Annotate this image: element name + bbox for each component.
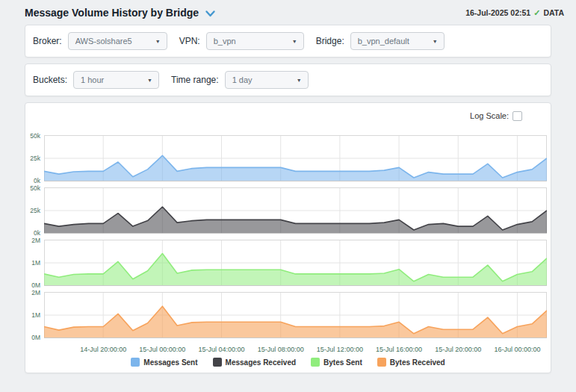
data-status-label: DATA [543, 8, 564, 17]
vpn-filter: VPN:b_vpn▼ [179, 32, 304, 50]
y-tick-label: 1M [31, 311, 40, 319]
y-tick-label: 0k [34, 229, 40, 237]
filter-bar-connection: Broker:AWS-solshare5▼VPN:b_vpn▼Bridge:b_… [25, 25, 551, 57]
bridge-select[interactable]: b_vpn_default▼ [350, 32, 445, 50]
x-tick-label: 15-Jul 08:00:00 [258, 346, 304, 353]
dropdown-caret-icon: ▼ [155, 39, 161, 44]
legend-swatch-icon [213, 358, 222, 367]
chart-messages-received: 50k25k0k [25, 187, 551, 234]
y-axis-bytes-received: 2M1M0M [25, 292, 42, 338]
y-tick-label: 25k [30, 155, 40, 162]
time-range-filter: Time range:1 day▼ [171, 71, 309, 89]
chevron-down-icon[interactable] [205, 10, 216, 18]
bridge-filter: Bridge:b_vpn_default▼ [316, 32, 445, 50]
page-header: Message Volume History by Bridge 16-Jul-… [0, 0, 576, 19]
dropdown-caret-icon: ▼ [297, 78, 302, 83]
chart-card: Log Scale: 50k25k0k50k25k0k2M1M0M2M1M0M … [25, 102, 551, 373]
chart-messages-sent: 50k25k0k [25, 135, 551, 181]
x-axis-labels: 14-Jul 20:00:0015-Jul 00:00:0015-Jul 04:… [44, 344, 547, 355]
check-icon: ✓ [533, 8, 540, 18]
plot-bytes-received [44, 292, 547, 338]
x-tick-label: 15-Jul 00:00:00 [139, 346, 185, 353]
app-root: Message Volume History by Bridge 16-Jul-… [0, 0, 576, 392]
y-axis-messages-sent: 50k25k0k [25, 135, 42, 181]
y-tick-label: 0k [34, 177, 40, 184]
plot-bytes-sent [44, 240, 547, 286]
filter-bar-time: Buckets:1 hour▼Time range:1 day▼ [25, 63, 551, 96]
log-scale-row: Log Scale: [25, 109, 551, 122]
chart-bytes-sent: 2M1M0M [25, 240, 551, 286]
vpn-label: VPN: [179, 36, 200, 46]
legend-item-messages-received[interactable]: Messages Received [213, 358, 297, 367]
x-tick-label: 15-Jul 04:00:00 [198, 346, 244, 353]
y-axis-bytes-sent: 2M1M0M [25, 240, 42, 286]
broker-label: Broker: [33, 36, 62, 46]
broker-filter: Broker:AWS-solshare5▼ [33, 32, 167, 50]
broker-select[interactable]: AWS-solshare5▼ [68, 32, 167, 50]
charts-stack: 50k25k0k50k25k0k2M1M0M2M1M0M [25, 135, 551, 338]
y-tick-label: 50k [30, 184, 40, 192]
log-scale-label: Log Scale: [470, 111, 509, 120]
chart-bytes-received: 2M1M0M [25, 292, 551, 338]
time-range-select[interactable]: 1 day▼ [225, 71, 309, 89]
vpn-selected-value: b_vpn [214, 37, 236, 46]
x-tick-label: 15-Jul 12:00:00 [317, 346, 363, 353]
broker-selected-value: AWS-solshare5 [75, 37, 132, 46]
title-wrap: Message Volume History by Bridge [25, 7, 216, 19]
time-range-label: Time range: [171, 75, 219, 85]
legend-label: Bytes Sent [323, 358, 362, 367]
bridge-selected-value: b_vpn_default [358, 37, 409, 46]
x-tick-label: 16-Jul 00:00:00 [494, 346, 540, 353]
x-tick-label: 15-Jul 20:00:00 [435, 346, 481, 353]
y-tick-label: 0M [31, 334, 40, 341]
x-tick-label: 14-Jul 20:00:00 [80, 346, 126, 353]
buckets-label: Buckets: [33, 75, 67, 85]
legend-item-bytes-received[interactable]: Bytes Received [377, 358, 445, 367]
header-meta: 16-Jul-2025 02:51 ✓ DATA [465, 8, 564, 18]
y-tick-label: 25k [30, 207, 40, 214]
vpn-select[interactable]: b_vpn▼ [206, 32, 304, 50]
chart-legend: Messages SentMessages ReceivedBytes Sent… [25, 358, 551, 367]
time-range-selected-value: 1 day [232, 75, 253, 84]
y-tick-label: 50k [30, 132, 40, 140]
dropdown-caret-icon: ▼ [147, 78, 152, 83]
bridge-label: Bridge: [316, 36, 344, 46]
y-tick-label: 2M [31, 289, 40, 296]
legend-label: Messages Received [226, 358, 297, 367]
x-tick-label: 15-Jul 16:00:00 [376, 346, 422, 353]
legend-swatch-icon [311, 358, 320, 367]
buckets-filter: Buckets:1 hour▼ [33, 71, 159, 89]
plot-messages-sent [44, 135, 547, 181]
timestamp: 16-Jul-2025 02:51 [465, 8, 530, 17]
log-scale-checkbox[interactable] [512, 111, 522, 121]
y-tick-label: 1M [31, 259, 40, 267]
y-axis-messages-received: 50k25k0k [25, 187, 42, 234]
legend-swatch-icon [131, 358, 140, 367]
buckets-selected-value: 1 hour [81, 75, 104, 84]
dropdown-caret-icon: ▼ [433, 39, 438, 44]
legend-swatch-icon [377, 358, 386, 367]
dropdown-caret-icon: ▼ [292, 39, 297, 44]
buckets-select[interactable]: 1 hour▼ [73, 71, 159, 89]
legend-label: Bytes Received [390, 358, 445, 367]
legend-item-messages-sent[interactable]: Messages Sent [131, 358, 197, 367]
y-tick-label: 2M [31, 237, 40, 244]
legend-label: Messages Sent [143, 358, 197, 367]
page-title: Message Volume History by Bridge [25, 7, 199, 19]
legend-item-bytes-sent[interactable]: Bytes Sent [311, 358, 362, 367]
y-tick-label: 0M [31, 281, 40, 289]
plot-messages-received [44, 187, 547, 234]
